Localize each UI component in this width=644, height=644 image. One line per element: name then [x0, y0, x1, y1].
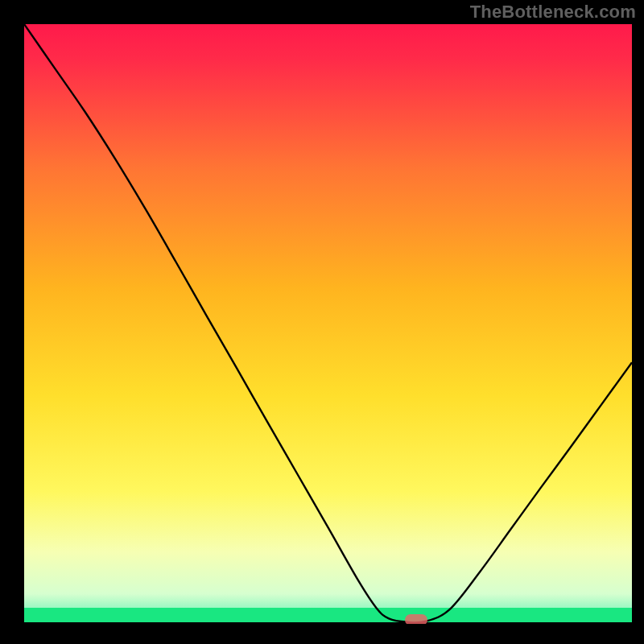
plot-area — [24, 24, 632, 624]
chart-frame: TheBottleneck.com — [0, 0, 644, 644]
bottleneck-curve — [24, 24, 632, 624]
watermark-label: TheBottleneck.com — [470, 3, 636, 21]
optimal-point-marker — [405, 614, 427, 624]
